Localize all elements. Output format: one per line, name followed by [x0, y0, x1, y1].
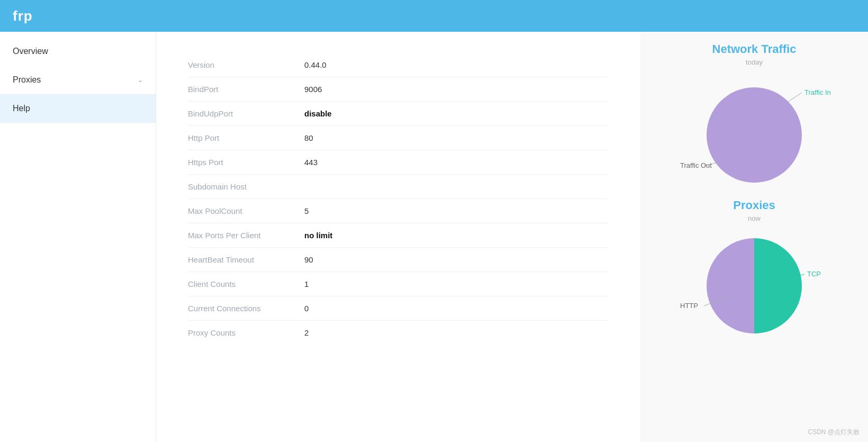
info-row: Proxy Counts2 — [188, 321, 609, 345]
body: Overview Proxies ⌄ Help Version0.44.0Bin… — [0, 32, 868, 442]
info-row: BindUdpPortdisable — [188, 102, 609, 126]
sidebar-item-proxies[interactable]: Proxies ⌄ — [0, 66, 156, 94]
network-traffic-svg: Traffic In Traffic Out — [675, 71, 834, 188]
info-value: 5 — [304, 206, 309, 215]
info-row: Client Counts1 — [188, 272, 609, 296]
watermark: CSDN @点灯失败 — [808, 428, 860, 437]
proxies-chart: HTTP TCP — [651, 228, 857, 344]
sidebar-label-help: Help — [13, 104, 30, 113]
traffic-in-label: Traffic In — [804, 88, 831, 96]
info-label: Proxy Counts — [188, 328, 304, 337]
chevron-icon: ⌄ — [138, 76, 143, 84]
info-row: HeartBeat Timeout90 — [188, 248, 609, 272]
info-row: Max PoolCount5 — [188, 199, 609, 223]
info-row: Current Connections0 — [188, 296, 609, 321]
app-title: frp — [13, 8, 33, 24]
info-value: 2 — [304, 328, 309, 337]
info-label: Current Connections — [188, 304, 304, 313]
svg-point-0 — [707, 87, 802, 183]
info-value: 90 — [304, 255, 313, 264]
info-label: HeartBeat Timeout — [188, 255, 304, 264]
network-traffic-subtitle: today — [651, 58, 857, 66]
traffic-out-label: Traffic Out — [680, 161, 712, 169]
info-label: Http Port — [188, 133, 304, 142]
sidebar-item-help[interactable]: Help — [0, 94, 156, 123]
center-panel: Version0.44.0BindPort9006BindUdpPortdisa… — [156, 32, 640, 442]
info-label: Subdomain Host — [188, 182, 304, 191]
info-label: BindUdpPort — [188, 109, 304, 118]
http-label: HTTP — [680, 302, 698, 310]
info-label: Version — [188, 60, 304, 69]
proxies-subtitle: now — [651, 214, 857, 222]
info-label: BindPort — [188, 85, 304, 94]
proxies-title: Proxies — [651, 199, 857, 212]
info-value: 80 — [304, 133, 313, 142]
main: Version0.44.0BindPort9006BindUdpPortdisa… — [156, 32, 868, 442]
info-value: 9006 — [304, 85, 322, 94]
info-value: 0.44.0 — [304, 60, 327, 69]
info-value: 1 — [304, 279, 309, 288]
info-value: 0 — [304, 304, 309, 313]
info-label: Max PoolCount — [188, 206, 304, 215]
sidebar-label-proxies: Proxies — [13, 75, 41, 85]
info-row: Max Ports Per Clientno limit — [188, 223, 609, 248]
network-traffic-chart: Traffic In Traffic Out — [651, 71, 857, 188]
info-table: Version0.44.0BindPort9006BindUdpPortdisa… — [188, 53, 609, 345]
info-row: Version0.44.0 — [188, 53, 609, 77]
sidebar-item-overview[interactable]: Overview — [0, 37, 156, 66]
svg-line-1 — [786, 93, 802, 103]
info-row: Https Port443 — [188, 150, 609, 175]
info-label: Client Counts — [188, 279, 304, 288]
proxies-section: Proxies now HTTP TCP — [651, 199, 857, 344]
sidebar-label-overview: Overview — [13, 47, 48, 56]
info-row: BindPort9006 — [188, 77, 609, 102]
sidebar: Overview Proxies ⌄ Help — [0, 32, 156, 442]
network-traffic-section: Network Traffic today Traffic In Traffic… — [651, 42, 857, 188]
info-label: Https Port — [188, 158, 304, 167]
header: frp — [0, 0, 868, 32]
info-row: Http Port80 — [188, 126, 609, 150]
info-label: Max Ports Per Client — [188, 231, 304, 240]
proxies-svg: HTTP TCP — [670, 228, 839, 344]
info-value: disable — [304, 109, 332, 118]
network-traffic-title: Network Traffic — [651, 42, 857, 56]
tcp-label: TCP — [807, 270, 821, 278]
right-panel: Network Traffic today Traffic In Traffic… — [640, 32, 868, 442]
info-row: Subdomain Host — [188, 175, 609, 199]
info-value: 443 — [304, 158, 318, 167]
info-value: no limit — [304, 231, 332, 240]
